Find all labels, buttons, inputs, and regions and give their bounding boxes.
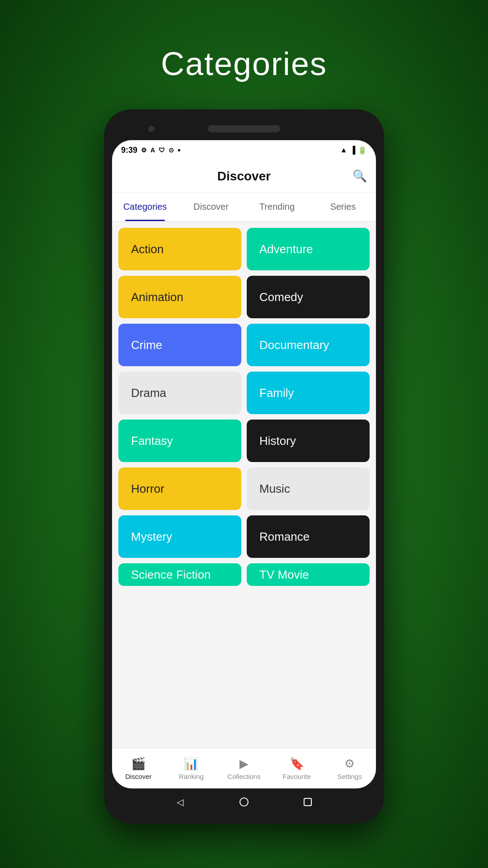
settings-nav-label: Settings (337, 773, 361, 780)
recents-square-icon (304, 798, 312, 806)
page-title: Categories (161, 45, 327, 82)
nav-discover[interactable]: 🎬 Discover (112, 748, 165, 788)
category-comedy[interactable]: Comedy (247, 276, 370, 318)
phone-frame: 9:39 ⚙ A 🛡 ⊙ • ▲ ▐ 🔋 Discover 🔍 Categori… (104, 109, 384, 824)
category-crime[interactable]: Crime (118, 324, 241, 366)
nav-settings[interactable]: ⚙ Settings (323, 748, 376, 788)
category-action[interactable]: Action (118, 228, 241, 270)
tabs-bar: Categories Discover Trending Series (112, 193, 376, 222)
phone-inner: 9:39 ⚙ A 🛡 ⊙ • ▲ ▐ 🔋 Discover 🔍 Categori… (112, 140, 376, 788)
phone-camera (148, 126, 155, 132)
category-music[interactable]: Music (247, 467, 370, 510)
nav-ranking[interactable]: 📊 Ranking (165, 748, 218, 788)
signal-icon: ▐ (350, 146, 355, 154)
category-fantasy[interactable]: Fantasy (118, 420, 241, 462)
favourite-nav-icon: 🔖 (290, 757, 304, 771)
ranking-nav-icon: 📊 (184, 757, 198, 771)
status-bar: 9:39 ⚙ A 🛡 ⊙ • ▲ ▐ 🔋 (112, 140, 376, 160)
nav-favourite[interactable]: 🔖 Favourite (270, 748, 323, 788)
back-arrow-icon: ◁ (177, 797, 183, 807)
category-horror[interactable]: Horror (118, 467, 241, 510)
category-romance[interactable]: Romance (247, 515, 370, 558)
discover-nav-label: Discover (125, 773, 151, 780)
category-mystery[interactable]: Mystery (118, 515, 241, 558)
settings-nav-icon: ⚙ (344, 757, 355, 771)
app-header: Discover 🔍 (112, 160, 376, 193)
search-button[interactable]: 🔍 (352, 169, 367, 183)
favourite-nav-label: Favourite (283, 773, 311, 780)
phone-bottom-bar: ◁ (112, 788, 376, 816)
radio-icon: ⊙ (169, 146, 174, 154)
category-drama[interactable]: Drama (118, 372, 241, 414)
home-button[interactable] (233, 791, 255, 813)
ranking-nav-label: Ranking (179, 773, 204, 780)
a-icon: A (150, 146, 155, 154)
status-right: ▲ ▐ 🔋 (340, 146, 367, 155)
clock: 9:39 (121, 146, 137, 155)
gear-icon: ⚙ (141, 146, 147, 154)
collections-nav-label: Collections (227, 773, 260, 780)
bottom-nav: 🎬 Discover 📊 Ranking ▶ Collections 🔖 Fav… (112, 748, 376, 788)
recents-button[interactable] (296, 791, 319, 813)
collections-nav-icon: ▶ (239, 757, 249, 771)
dot: • (178, 146, 180, 155)
category-family[interactable]: Family (247, 372, 370, 414)
home-circle-icon (239, 797, 249, 807)
category-documentary[interactable]: Documentary (247, 324, 370, 366)
tab-discover[interactable]: Discover (178, 193, 244, 221)
phone-top-bar (112, 118, 376, 140)
categories-grid: Action Adventure Animation Comedy Crime … (112, 222, 376, 748)
tab-categories[interactable]: Categories (112, 193, 178, 221)
back-button[interactable]: ◁ (169, 791, 192, 813)
tab-trending[interactable]: Trending (244, 193, 310, 221)
category-science-fiction[interactable]: Science Fiction (118, 563, 241, 586)
tab-series[interactable]: Series (310, 193, 376, 221)
battery-icon: 🔋 (358, 146, 367, 155)
nav-collections[interactable]: ▶ Collections (218, 748, 271, 788)
wifi-icon: ▲ (340, 146, 347, 154)
app-title: Discover (217, 169, 271, 184)
phone-speaker (208, 125, 280, 132)
category-animation[interactable]: Animation (118, 276, 241, 318)
discover-nav-icon: 🎬 (131, 757, 145, 771)
category-tv-movie[interactable]: TV Movie (247, 563, 370, 586)
status-time: 9:39 ⚙ A 🛡 ⊙ • (121, 146, 180, 155)
category-adventure[interactable]: Adventure (247, 228, 370, 270)
shield-icon: 🛡 (159, 146, 165, 154)
category-history[interactable]: History (247, 420, 370, 462)
